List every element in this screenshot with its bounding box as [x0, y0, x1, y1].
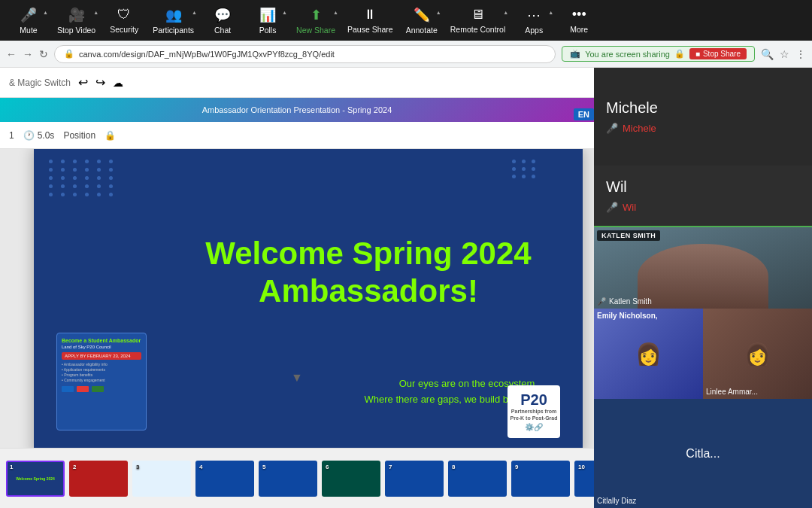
participants-label: Participants — [153, 26, 194, 35]
url-bar[interactable]: 🔒 canva.com/design/DAF_mNjWpBw/1W0FgJM1Q… — [54, 45, 556, 63]
undo-icon[interactable]: ↩ — [78, 75, 88, 90]
canva-workspace[interactable]: Welcome Spring 2024 Ambassadors! Our eye… — [0, 149, 594, 448]
linlee-avatar-photo: 👩 — [744, 342, 771, 367]
search-icon[interactable]: 🔍 — [761, 48, 774, 60]
duration-value: 5.0s — [38, 130, 55, 141]
thumb-6[interactable]: 6 — [322, 461, 380, 497]
security-button[interactable]: 🛡 Security — [102, 4, 147, 37]
slide-flyer: Become a Student Ambassador Land of Sky … — [56, 333, 147, 430]
michele-speaker-panel: Michele 🎤 Michele — [594, 68, 812, 166]
thumb-8[interactable]: 8 — [448, 461, 507, 497]
linlee-video-tile: 👩 Linlee Ammar... — [703, 309, 812, 399]
stop-share-label: Stop Share — [703, 50, 741, 58]
stop-video-chevron: ▲ — [93, 10, 98, 15]
remote-control-button[interactable]: 🖥 Remote Control ▲ — [444, 4, 512, 37]
slide-number-label: 1 — [9, 130, 14, 141]
logo-subtitle: Partnerships fromPre-K to Post-Grad — [510, 409, 557, 421]
new-share-button[interactable]: ⬆ New Share ▲ — [290, 4, 341, 38]
new-share-icon: ⬆ — [311, 7, 322, 23]
wil-muted-status: 🎤 Wil — [606, 202, 800, 213]
stop-video-icon: 🎥 — [68, 7, 85, 23]
thumb-9[interactable]: 9 — [511, 461, 570, 497]
star-icon[interactable]: ☆ — [780, 48, 789, 60]
apps-label: Apps — [525, 26, 543, 35]
zoom-toolbar: 🎤 Mute ▲ 🎥 Stop Video ▲ 🛡 Security 👥 Par… — [0, 0, 812, 41]
thumb-3[interactable]: 3 — [132, 461, 191, 497]
katlen-name-badge: 🎤 Katlen Smith — [597, 297, 652, 306]
annotate-button[interactable]: ✏️ Annotate ▲ — [399, 4, 444, 38]
more-browser-icon[interactable]: ⋮ — [795, 48, 806, 60]
mute-chevron: ▲ — [43, 10, 48, 15]
mute-button[interactable]: 🎤 Mute ▲ — [6, 4, 51, 38]
apps-chevron: ▲ — [548, 10, 553, 15]
linlee-name-badge: Linlee Ammar... — [706, 388, 758, 396]
position-item[interactable]: Position — [63, 130, 95, 141]
dot-grid-right — [512, 160, 538, 178]
katlen-mute-icon: 🎤 — [597, 297, 606, 306]
slide-subtitle: Ambassadors! — [169, 272, 568, 310]
canva-toolbar: 1 🕐 5.0s Position 🔒 — [0, 122, 594, 149]
thumb-1[interactable]: 1 Welcome Spring 2024 — [6, 461, 65, 497]
polls-icon: 📊 — [259, 7, 276, 23]
duration-item[interactable]: 🕐 5.0s — [23, 130, 55, 141]
citlally-name-badge: Citlally Diaz — [597, 497, 636, 505]
remote-control-chevron: ▲ — [503, 10, 508, 15]
stop-share-button[interactable]: ■ Stop Share — [689, 48, 747, 59]
slide-down-chevron[interactable]: ▼ — [291, 371, 303, 385]
chat-label: Chat — [214, 26, 231, 35]
mute-icon-wil: 🎤 — [606, 202, 618, 213]
participants-chevron: ▲ — [192, 10, 197, 15]
chat-button[interactable]: 💬 Chat — [200, 4, 245, 38]
more-button[interactable]: ••• More — [556, 4, 601, 37]
polls-button[interactable]: 📊 Polls ▲ — [245, 4, 290, 38]
new-share-label: New Share — [296, 26, 335, 35]
wil-muted-name: Wil — [623, 202, 636, 213]
thumb-7[interactable]: 7 — [385, 461, 444, 497]
slide-title-text: Welcome Spring 2024 — [169, 235, 568, 272]
pause-share-label: Pause Share — [347, 25, 393, 34]
dot-grid-decoration — [49, 160, 117, 196]
back-icon[interactable]: ← — [6, 48, 17, 60]
remote-control-icon: 🖥 — [471, 7, 484, 23]
emily-name-badge: Emily Nicholson, — [597, 312, 658, 320]
polls-chevron: ▲ — [282, 10, 287, 15]
slide-main-title: Welcome Spring 2024 Ambassadors! — [169, 235, 568, 311]
canva-title-text: Ambassador Orientation Presentation - Sp… — [202, 105, 392, 114]
en-language-badge[interactable]: EN — [574, 108, 594, 120]
apps-button[interactable]: ⋯ Apps ▲ — [511, 4, 556, 38]
participants-button[interactable]: 👥 Participants ▲ — [147, 4, 200, 38]
redo-icon[interactable]: ↪ — [95, 75, 105, 90]
thumb-5[interactable]: 5 — [259, 461, 317, 497]
michele-name: Michele 🎤 Michele — [606, 99, 800, 134]
thumb-10[interactable]: 10 — [574, 461, 594, 497]
security-label: Security — [110, 25, 138, 34]
main-area: & Magic Switch ↩ ↪ ☁ Ambassador Orientat… — [0, 68, 812, 508]
thumb-4[interactable]: 4 — [195, 461, 254, 497]
presentation-slide: Welcome Spring 2024 Ambassadors! Our eye… — [34, 149, 583, 448]
video-panels: Michele 🎤 Michele Wil 🎤 Wil KATLEN SMITH — [594, 68, 812, 508]
michele-muted-name: Michele — [623, 123, 656, 134]
apps-icon: ⋯ — [527, 7, 541, 23]
cloud-save-icon: ☁ — [113, 77, 123, 89]
refresh-icon[interactable]: ↻ — [39, 48, 48, 60]
thumb-2[interactable]: 2 — [69, 461, 128, 497]
forward-icon[interactable]: → — [23, 48, 33, 60]
flyer-band: APPLY BY FEBRUARY 23, 2024 — [62, 352, 141, 360]
lock-icon: 🔒 — [64, 49, 74, 59]
more-icon: ••• — [572, 7, 586, 23]
url-text: canva.com/design/DAF_mNjWpBw/1W0FgJM1Qxv… — [79, 50, 335, 59]
stop-video-button[interactable]: 🎥 Stop Video ▲ — [51, 4, 102, 38]
lock-toolbar-icon: 🔒 — [105, 130, 116, 141]
pause-share-button[interactable]: ⏸ Pause Share — [341, 4, 399, 37]
new-share-chevron: ▲ — [333, 10, 338, 15]
canva-editor: & Magic Switch ↩ ↪ ☁ Ambassador Orientat… — [0, 68, 594, 508]
sharing-lock-icon: 🔒 — [674, 49, 685, 59]
participants-icon: 👥 — [165, 7, 182, 23]
wil-speaker-panel: Wil 🎤 Wil — [594, 166, 812, 226]
stop-share-icon: ■ — [695, 50, 700, 58]
emily-avatar: 👩 — [594, 309, 703, 399]
canva-topbar: & Magic Switch ↩ ↪ ☁ — [0, 68, 594, 98]
wil-name-text: Wil — [606, 178, 800, 196]
flyer-body: • Ambassador eligibility info • Applicat… — [62, 362, 141, 383]
katlen-name-text: Katlen Smith — [609, 297, 652, 306]
